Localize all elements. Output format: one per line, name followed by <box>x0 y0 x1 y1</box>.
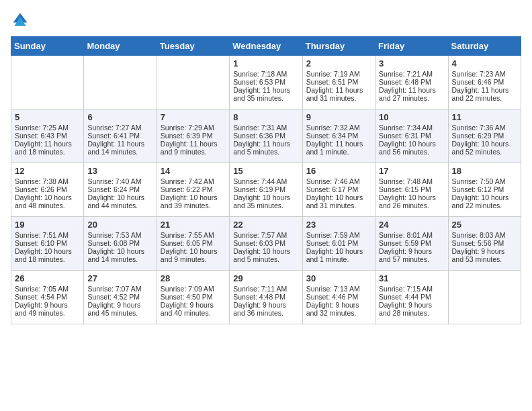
cell-content: Sunrise: 7:11 AM <box>233 285 298 293</box>
cell-content: Sunrise: 7:36 AM <box>452 124 517 132</box>
cell-content: Sunset: 6:22 PM <box>161 185 226 193</box>
calendar-cell: 29Sunrise: 7:11 AMSunset: 4:48 PMDayligh… <box>230 271 302 324</box>
cell-content: Sunrise: 7:55 AM <box>161 231 226 239</box>
calendar-cell: 12Sunrise: 7:38 AMSunset: 6:26 PMDayligh… <box>11 163 84 217</box>
page-header <box>11 11 521 30</box>
header-monday: Monday <box>84 37 157 56</box>
calendar-cell: 10Sunrise: 7:34 AMSunset: 6:31 PMDayligh… <box>375 109 448 163</box>
week-row-2: 12Sunrise: 7:38 AMSunset: 6:26 PMDayligh… <box>11 163 521 217</box>
cell-content: Sunset: 6:26 PM <box>15 185 80 193</box>
cell-content: Sunset: 4:44 PM <box>379 293 444 301</box>
day-number: 16 <box>306 166 371 176</box>
calendar-body: 1Sunrise: 7:18 AMSunset: 6:53 PMDaylight… <box>11 56 521 324</box>
calendar-cell: 4Sunrise: 7:23 AMSunset: 6:46 PMDaylight… <box>448 56 521 109</box>
calendar-cell: 9Sunrise: 7:32 AMSunset: 6:34 PMDaylight… <box>302 109 375 163</box>
calendar-cell: 19Sunrise: 7:51 AMSunset: 6:10 PMDayligh… <box>11 217 84 271</box>
cell-content: Daylight: 11 hours and 35 minutes. <box>233 86 298 102</box>
calendar-cell: 17Sunrise: 7:48 AMSunset: 6:15 PMDayligh… <box>375 163 448 217</box>
cell-content: Sunrise: 7:44 AM <box>233 177 298 185</box>
cell-content: Sunset: 6:34 PM <box>306 132 371 140</box>
cell-content: Sunset: 6:41 PM <box>87 132 152 140</box>
cell-content: Daylight: 10 hours and 39 minutes. <box>161 193 226 210</box>
cell-content: Sunset: 6:17 PM <box>306 185 371 193</box>
calendar-cell <box>448 271 521 324</box>
calendar-cell: 30Sunrise: 7:13 AMSunset: 4:46 PMDayligh… <box>302 271 375 324</box>
day-number: 14 <box>161 166 226 176</box>
cell-content: Sunrise: 7:48 AM <box>379 177 444 185</box>
day-number: 10 <box>379 112 444 122</box>
day-number: 5 <box>15 112 80 122</box>
cell-content: Sunrise: 7:09 AM <box>161 285 226 293</box>
cell-content: Sunrise: 7:13 AM <box>306 285 371 293</box>
cell-content: Daylight: 10 hours and 48 minutes. <box>15 193 80 210</box>
cell-content: Daylight: 10 hours and 14 minutes. <box>87 247 152 263</box>
cell-content: Sunset: 6:51 PM <box>306 78 371 86</box>
day-number: 17 <box>379 166 444 176</box>
day-number: 12 <box>15 166 80 176</box>
calendar-cell: 28Sunrise: 7:09 AMSunset: 4:50 PMDayligh… <box>157 271 229 324</box>
cell-content: Daylight: 10 hours and 56 minutes. <box>379 140 444 156</box>
header-friday: Friday <box>375 37 448 56</box>
calendar-cell: 18Sunrise: 7:50 AMSunset: 6:12 PMDayligh… <box>448 163 521 217</box>
day-number: 4 <box>452 58 517 68</box>
cell-content: Daylight: 10 hours and 52 minutes. <box>452 140 517 156</box>
calendar-cell: 3Sunrise: 7:21 AMSunset: 6:48 PMDaylight… <box>375 56 448 109</box>
cell-content: Daylight: 9 hours and 53 minutes. <box>452 247 517 263</box>
calendar-cell: 24Sunrise: 8:01 AMSunset: 5:59 PMDayligh… <box>375 217 448 271</box>
cell-content: Daylight: 10 hours and 35 minutes. <box>233 193 298 210</box>
calendar-cell: 6Sunrise: 7:27 AMSunset: 6:41 PMDaylight… <box>84 109 157 163</box>
cell-content: Sunrise: 7:27 AM <box>87 124 152 132</box>
cell-content: Sunset: 4:48 PM <box>233 293 298 301</box>
day-number: 11 <box>452 112 517 122</box>
day-number: 31 <box>379 273 444 283</box>
calendar-cell: 8Sunrise: 7:31 AMSunset: 6:36 PMDaylight… <box>230 109 302 163</box>
cell-content: Daylight: 9 hours and 36 minutes. <box>233 301 298 317</box>
calendar-cell: 26Sunrise: 7:05 AMSunset: 4:54 PMDayligh… <box>11 271 84 324</box>
cell-content: Sunrise: 7:32 AM <box>306 124 371 132</box>
day-number: 22 <box>233 220 298 230</box>
day-number: 6 <box>87 112 152 122</box>
calendar-table: SundayMondayTuesdayWednesdayThursdayFrid… <box>11 36 521 324</box>
day-number: 18 <box>452 166 517 176</box>
calendar-cell: 15Sunrise: 7:44 AMSunset: 6:19 PMDayligh… <box>230 163 302 217</box>
day-number: 30 <box>306 273 371 283</box>
week-row-1: 5Sunrise: 7:25 AMSunset: 6:43 PMDaylight… <box>11 109 521 163</box>
cell-content: Daylight: 9 hours and 32 minutes. <box>306 301 371 317</box>
cell-content: Sunrise: 7:53 AM <box>87 231 152 239</box>
calendar-cell: 5Sunrise: 7:25 AMSunset: 6:43 PMDaylight… <box>11 109 84 163</box>
calendar-cell: 1Sunrise: 7:18 AMSunset: 6:53 PMDaylight… <box>230 56 302 109</box>
cell-content: Sunset: 4:46 PM <box>306 293 371 301</box>
calendar-cell: 16Sunrise: 7:46 AMSunset: 6:17 PMDayligh… <box>302 163 375 217</box>
cell-content: Sunrise: 7:07 AM <box>87 285 152 293</box>
day-number: 2 <box>306 58 371 68</box>
cell-content: Sunrise: 7:05 AM <box>15 285 80 293</box>
cell-content: Sunset: 6:10 PM <box>15 239 80 247</box>
cell-content: Sunrise: 7:59 AM <box>306 231 371 239</box>
day-number: 28 <box>161 273 226 283</box>
calendar-cell: 13Sunrise: 7:40 AMSunset: 6:24 PMDayligh… <box>84 163 157 217</box>
cell-content: Sunrise: 7:38 AM <box>15 177 80 185</box>
header-thursday: Thursday <box>302 37 375 56</box>
calendar-cell: 25Sunrise: 8:03 AMSunset: 5:56 PMDayligh… <box>448 217 521 271</box>
cell-content: Sunset: 6:29 PM <box>452 132 517 140</box>
cell-content: Sunset: 6:12 PM <box>452 185 517 193</box>
cell-content: Daylight: 9 hours and 45 minutes. <box>87 301 152 317</box>
calendar-cell: 27Sunrise: 7:07 AMSunset: 4:52 PMDayligh… <box>84 271 157 324</box>
cell-content: Sunset: 6:05 PM <box>161 239 226 247</box>
cell-content: Sunset: 6:19 PM <box>233 185 298 193</box>
cell-content: Daylight: 10 hours and 18 minutes. <box>15 247 80 263</box>
day-number: 21 <box>161 220 226 230</box>
calendar-cell: 2Sunrise: 7:19 AMSunset: 6:51 PMDaylight… <box>302 56 375 109</box>
cell-content: Sunrise: 7:42 AM <box>161 177 226 185</box>
week-row-0: 1Sunrise: 7:18 AMSunset: 6:53 PMDaylight… <box>11 56 521 109</box>
cell-content: Sunset: 6:01 PM <box>306 239 371 247</box>
cell-content: Daylight: 10 hours and 22 minutes. <box>452 193 517 210</box>
cell-content: Daylight: 11 hours and 14 minutes. <box>87 140 152 156</box>
cell-content: Sunrise: 7:29 AM <box>161 124 226 132</box>
calendar-cell: 14Sunrise: 7:42 AMSunset: 6:22 PMDayligh… <box>157 163 229 217</box>
day-number: 1 <box>233 58 298 68</box>
header-tuesday: Tuesday <box>157 37 229 56</box>
day-number: 24 <box>379 220 444 230</box>
day-number: 26 <box>15 273 80 283</box>
cell-content: Daylight: 11 hours and 27 minutes. <box>379 86 444 102</box>
